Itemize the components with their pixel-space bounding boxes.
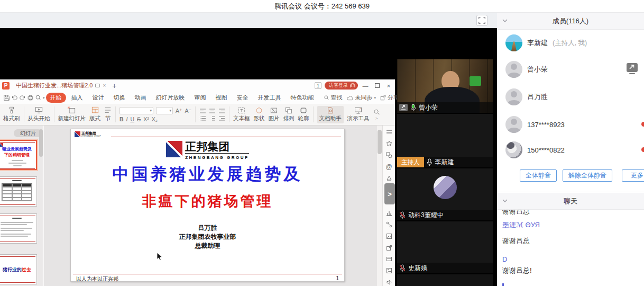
minimize-button[interactable]: — [361,83,370,89]
ribbon-tab-view[interactable]: 视图 [211,93,232,103]
ribbon-tab-design[interactable]: 设计 [88,93,108,103]
new-slide-button[interactable]: 新建幻灯片 [58,106,86,122]
audio-panel-icon[interactable] [385,279,393,286]
member-row[interactable]: 150****0822 [497,137,644,163]
member-row[interactable]: 曾小荣 [497,56,644,83]
video-panel-expander[interactable]: > [384,183,395,204]
flowchart-panel-icon[interactable] [385,221,393,228]
video-tile-zengxiaorong[interactable]: 曾小荣 [397,59,493,113]
current-slide[interactable]: 正邦集团 ZHENGBANG GROUP 正邦集团 ZHENGBANG GROU… [70,129,345,282]
member-row[interactable]: 137****8923 [497,111,644,138]
increase-font-button[interactable]: A⁺ [176,108,182,114]
export-panel-icon[interactable] [385,244,393,252]
quickbar-caret-icon[interactable]: ▾ [43,96,45,100]
member-row[interactable]: 李新建 (主持人, 我) [497,30,644,56]
ribbon-tab-devtools[interactable]: 开发工具 [254,93,286,103]
document-tab[interactable]: 中国生猪行业发...猪场管理2.0 × [13,79,109,92]
play-from-start-button[interactable]: 从头开始 [28,106,50,122]
guest-login-button[interactable]: 访客登录 [325,82,358,90]
save-icon[interactable] [3,94,10,102]
tab-float-icon[interactable] [95,84,100,87]
ribbon-tab-slideshow[interactable]: 幻灯片放映 [152,93,189,103]
mute-all-button[interactable]: 全体静音 [520,169,557,182]
indent-icon[interactable] [218,115,225,121]
ribbon-tab-features[interactable]: 特色功能 [287,93,318,103]
video-tile-lixinjian[interactable]: 主持人 李新建 [397,114,493,167]
avatar [505,88,522,105]
decrease-font-button[interactable]: A⁻ [185,108,192,114]
ribbon-tab-animation[interactable]: 动画 [131,93,151,103]
font-name-select[interactable]: ▾ [119,107,153,114]
canvas-scrollbar[interactable] [377,126,382,286]
print-icon[interactable] [27,94,34,102]
slides-panel-tab[interactable]: 幻灯片 [14,129,42,137]
underline-button[interactable]: U [131,116,135,122]
toolbar-search-button[interactable]: > [373,109,380,120]
font-size-select[interactable]: ▾ [156,107,173,114]
bullet-list-icon[interactable] [199,115,206,121]
mention-icon[interactable]: @ [385,163,393,171]
outline-button[interactable]: 轮廓 [298,107,309,122]
doc-assistant-button[interactable]: 文档助手 [317,106,344,123]
design-palette-icon[interactable] [385,175,393,182]
find-button[interactable]: 查找 [324,94,343,102]
shapes-button[interactable]: 形状 [254,107,265,122]
cloud-sync-button[interactable]: 未同步▾ [347,94,376,102]
ribbon-tab-insert[interactable]: 插入 [67,93,87,103]
unmute-all-button[interactable]: 解除全体静音 [563,169,612,182]
ribbon-tab-review[interactable]: 审阅 [190,93,210,103]
thumb4-text: 猪行业的过去 [0,266,36,273]
ribbon-tab-security[interactable]: 安全 [233,93,253,103]
avatar [505,141,522,158]
new-tab-button[interactable]: + [112,82,116,90]
picture-icon [270,107,278,114]
textbox-icon [238,107,245,114]
ribbon-tab-transition[interactable]: 切换 [109,93,130,103]
slide-thumbnail-1[interactable]: 猪业发展趋势及 下的精细管理 [0,140,37,170]
chevron-down-icon[interactable] [502,199,508,202]
more-button[interactable]: 更多 [622,169,644,182]
slide-layout-button[interactable]: 版式 [89,106,100,122]
format-painter-button[interactable]: 格式刷 [3,106,20,122]
bold-button[interactable]: B [119,116,124,122]
redo-icon[interactable] [19,94,26,102]
align-left-icon[interactable] [199,108,206,114]
ribbon-tab-home[interactable]: 开始 [46,93,66,103]
shapes-panel-icon[interactable] [385,151,393,159]
textbox-button[interactable]: 文本框 [233,107,250,122]
arrange-button[interactable]: 排列 [283,107,295,122]
print-preview-icon[interactable] [35,94,42,102]
maximize-button[interactable] [373,83,381,89]
present-tools-button[interactable]: 演示工具 [347,107,370,122]
chat-message-list[interactable]: 谢谢吕总 墨涯ℳ ΘУЯ 谢谢吕总 D 谢谢吕总! [497,210,644,286]
line-spacing-icon[interactable] [209,115,216,121]
strikethrough-button[interactable]: S [137,116,141,122]
share-button[interactable]: 分享 [380,94,399,102]
italic-button[interactable]: I [126,116,128,122]
slide-thumbnail-2[interactable] [0,176,37,207]
properties-icon[interactable] [385,128,393,136]
superscript-button[interactable]: X² [143,116,149,122]
video-tile-shixine[interactable]: 史新娥 [397,221,493,273]
chevron-down-icon[interactable] [502,19,508,22]
notification-badge[interactable]: 1 [315,82,321,89]
section-button[interactable]: 节 [104,106,112,122]
slide-thumbnail-3[interactable] [0,213,37,244]
align-right-icon[interactable] [218,108,225,114]
box-panel-icon[interactable] [385,255,393,263]
member-row[interactable]: 吕万胜 [497,84,644,110]
image-doc-panel-icon[interactable] [385,233,393,240]
tab-close-icon[interactable]: × [103,83,106,88]
slide-thumbnail-4[interactable]: 猪行业的过去 [0,254,37,284]
effects-star-icon[interactable] [385,140,393,147]
insert-picture-button[interactable]: 图片 [269,107,280,122]
video-tile-dongyaozhong[interactable]: 动科3董耀中 [397,168,493,220]
fullscreen-button[interactable] [476,15,487,26]
picture-panel-icon[interactable] [385,267,393,274]
undo-icon[interactable] [11,94,18,102]
chart-panel-icon[interactable] [385,209,393,217]
slides-panel-scrollbar[interactable] [39,128,43,284]
align-center-icon[interactable] [209,108,216,114]
close-button[interactable]: × [384,83,393,89]
subscript-button[interactable]: X₂ [152,116,158,122]
